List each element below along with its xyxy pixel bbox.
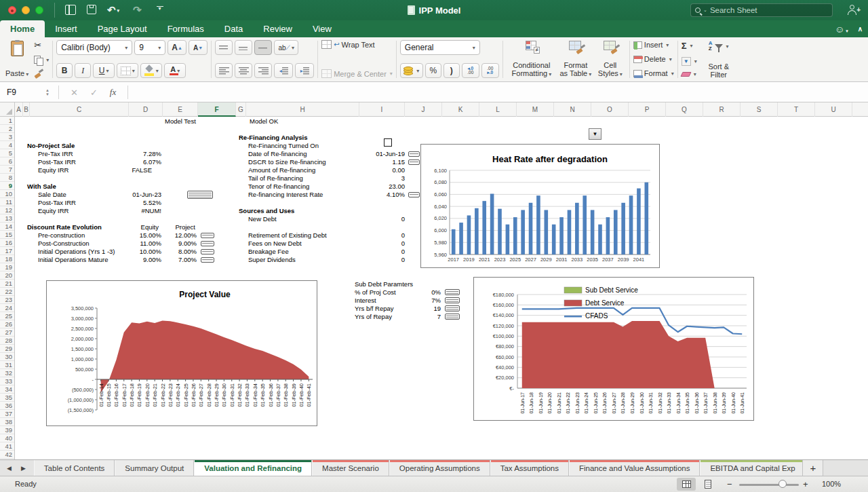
increase-indent-button[interactable]: ▸: [295, 63, 314, 78]
page-layout-view-button[interactable]: [698, 478, 717, 491]
merge-center-button[interactable]: Merge & Center▾: [321, 69, 393, 78]
column-header-Q[interactable]: Q: [666, 102, 703, 117]
row-header-39[interactable]: 39: [0, 426, 12, 434]
row-header-7[interactable]: 7: [0, 166, 12, 174]
sheet-tab-tax-assumptions[interactable]: Tax Assumptions: [490, 460, 569, 476]
font-size-select[interactable]: 9▾: [134, 40, 165, 55]
spinner-control[interactable]: [445, 314, 460, 320]
ribbon-tab-review[interactable]: Review: [253, 20, 302, 37]
next-sheet-icon[interactable]: ▶: [21, 465, 26, 472]
ribbon-tab-home[interactable]: Home: [0, 20, 45, 37]
increase-decimal-button[interactable]: ◂.0.00: [462, 63, 479, 78]
spinner-control[interactable]: [201, 241, 214, 246]
spinner-control[interactable]: [201, 257, 214, 263]
ribbon-tab-insert[interactable]: Insert: [45, 20, 87, 37]
row-header-20[interactable]: 20: [0, 271, 12, 280]
bold-button[interactable]: B: [56, 63, 73, 78]
select-all-corner[interactable]: [0, 102, 15, 117]
orientation-button[interactable]: ab⟋▾: [274, 40, 298, 55]
row-header-12[interactable]: 12: [0, 206, 12, 214]
align-top-button[interactable]: [215, 40, 233, 55]
cancel-icon[interactable]: ✕: [71, 88, 78, 98]
align-bottom-button[interactable]: [254, 40, 272, 55]
prev-sheet-icon[interactable]: ◀: [7, 465, 12, 472]
collapse-ribbon-icon[interactable]: ∧: [858, 25, 863, 33]
column-header-S[interactable]: S: [741, 102, 778, 117]
cut-icon[interactable]: ✂: [34, 40, 49, 50]
formula-input[interactable]: [134, 83, 868, 102]
row-header-21[interactable]: 21: [0, 280, 12, 288]
fill-color-button[interactable]: ▾: [140, 63, 162, 78]
row-header-6[interactable]: 6: [0, 157, 12, 166]
sheet-tab-operating-assumptions[interactable]: Operating Assumptions: [389, 460, 490, 476]
row-header-14[interactable]: 14: [0, 223, 12, 231]
sort-filter-button[interactable]: AZ ▾ Sort & Filter: [701, 39, 736, 80]
delete-cells-button[interactable]: Delete▾: [633, 55, 674, 63]
row-header-26[interactable]: 26: [0, 320, 12, 328]
share-icon[interactable]: +: [848, 5, 859, 16]
format-cells-button[interactable]: Format▾: [633, 69, 674, 77]
currency-format-button[interactable]: ▾: [400, 63, 423, 78]
normal-view-button[interactable]: [677, 478, 696, 491]
row-header-27[interactable]: 27: [0, 328, 12, 337]
copy-button[interactable]: ▾: [34, 56, 49, 64]
row-header-24[interactable]: 24: [0, 304, 12, 312]
borders-button[interactable]: ▾: [117, 63, 138, 78]
row-header-16[interactable]: 16: [0, 239, 12, 247]
column-header-B[interactable]: B: [23, 102, 30, 117]
row-header-32[interactable]: 32: [0, 369, 12, 377]
sheet-tab-valuation-and-refinancing[interactable]: Valuation and Refinancing: [194, 460, 312, 476]
row-header-3[interactable]: 3: [0, 133, 12, 141]
ribbon-tab-data[interactable]: Data: [214, 20, 253, 37]
column-header-I[interactable]: I: [359, 102, 405, 117]
zoom-out-icon[interactable]: −: [727, 479, 732, 489]
worksheet[interactable]: 1234567891011121314151617181920212223242…: [0, 117, 868, 459]
spinner-control[interactable]: [445, 297, 460, 303]
sheet-tab-master-scenario[interactable]: Master Scenario: [312, 460, 389, 476]
column-header-J[interactable]: J: [405, 102, 442, 117]
column-header-P[interactable]: P: [629, 102, 666, 117]
row-header-9[interactable]: 9: [0, 182, 12, 190]
cell-styles-button[interactable]: Cell Styles▾: [595, 39, 626, 80]
column-header-A[interactable]: A: [15, 102, 23, 117]
align-middle-button[interactable]: [235, 40, 252, 55]
sheet-tab-finance-and-value-assumptions[interactable]: Finance and Value Assumptions: [569, 460, 700, 476]
spinner-control[interactable]: [201, 249, 214, 254]
shrink-font-button[interactable]: A▼: [189, 40, 208, 55]
column-header-R[interactable]: R: [703, 102, 741, 117]
row-header-35[interactable]: 35: [0, 394, 12, 402]
row-header-23[interactable]: 23: [0, 296, 12, 304]
row-header-2[interactable]: 2: [0, 125, 12, 133]
row-header-37[interactable]: 37: [0, 410, 12, 418]
row-header-11[interactable]: 11: [0, 198, 12, 206]
chart-selector-dropdown[interactable]: ▼: [589, 128, 601, 140]
spinner-control[interactable]: [408, 192, 420, 197]
sheet-tab-ebitda-and-capital-exp[interactable]: EBITDA and Capital Exp: [700, 460, 803, 476]
insert-function-icon[interactable]: fx: [110, 87, 116, 98]
row-header-40[interactable]: 40: [0, 434, 12, 442]
add-sheet-button[interactable]: +: [803, 460, 823, 476]
clear-button[interactable]: ▾: [682, 71, 697, 77]
row-header-31[interactable]: 31: [0, 361, 12, 369]
row-header-13[interactable]: 13: [0, 214, 12, 223]
decrease-indent-button[interactable]: ◂: [274, 63, 293, 78]
row-header-1[interactable]: 1: [0, 117, 12, 125]
row-header-8[interactable]: 8: [0, 174, 12, 182]
zoom-slider-thumb[interactable]: [778, 480, 787, 488]
number-format-select[interactable]: General▾: [400, 40, 480, 55]
row-header-17[interactable]: 17: [0, 247, 12, 255]
zoom-level[interactable]: 100%: [822, 480, 841, 488]
row-header-19[interactable]: 19: [0, 263, 12, 271]
align-left-button[interactable]: [215, 63, 233, 78]
comma-format-button[interactable]: ): [443, 63, 460, 78]
column-header-G[interactable]: G: [236, 102, 246, 117]
row-header-34[interactable]: 34: [0, 385, 12, 394]
feedback-smiley-icon[interactable]: ☺ ▾: [835, 24, 848, 35]
row-header-25[interactable]: 25: [0, 312, 12, 320]
spinner-control[interactable]: [201, 233, 214, 238]
name-box-stepper[interactable]: ▲▼: [42, 88, 53, 96]
percent-format-button[interactable]: %: [425, 63, 441, 78]
sheet-tab-table-of-contents[interactable]: Table of Contents: [34, 460, 115, 476]
align-center-button[interactable]: [235, 63, 252, 78]
name-box[interactable]: F9: [0, 83, 42, 102]
